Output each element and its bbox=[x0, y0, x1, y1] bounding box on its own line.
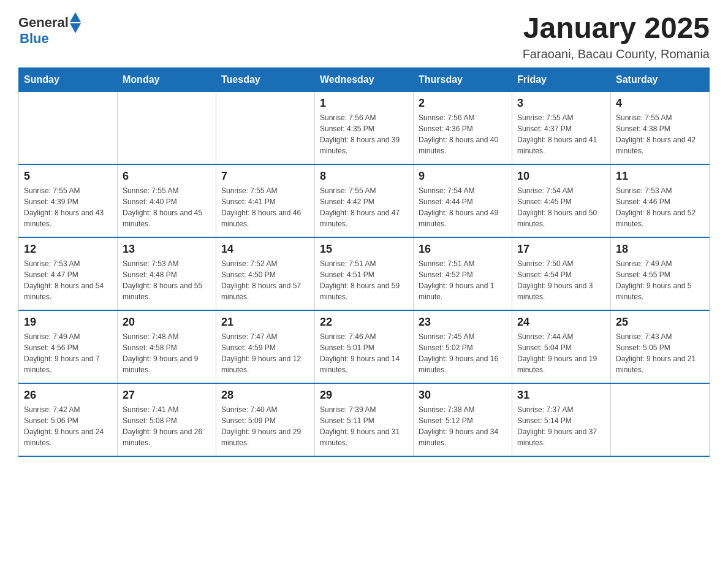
calendar-week-5: 26Sunrise: 7:42 AM Sunset: 5:06 PM Dayli… bbox=[19, 383, 710, 456]
calendar-cell-w4-d7: 25Sunrise: 7:43 AM Sunset: 5:05 PM Dayli… bbox=[611, 310, 710, 383]
day-number: 18 bbox=[616, 243, 704, 256]
day-info: Sunrise: 7:44 AM Sunset: 5:04 PM Dayligh… bbox=[517, 331, 605, 375]
day-info: Sunrise: 7:54 AM Sunset: 4:44 PM Dayligh… bbox=[419, 185, 507, 229]
day-number: 24 bbox=[517, 316, 605, 329]
day-number: 14 bbox=[221, 243, 309, 256]
calendar-subtitle: Faraoani, Bacau County, Romania bbox=[523, 47, 710, 61]
day-info: Sunrise: 7:55 AM Sunset: 4:38 PM Dayligh… bbox=[616, 112, 704, 156]
header-wednesday: Wednesday bbox=[315, 67, 414, 91]
day-info: Sunrise: 7:49 AM Sunset: 4:56 PM Dayligh… bbox=[24, 331, 112, 375]
day-info: Sunrise: 7:54 AM Sunset: 4:45 PM Dayligh… bbox=[517, 185, 605, 229]
day-info: Sunrise: 7:55 AM Sunset: 4:40 PM Dayligh… bbox=[123, 185, 211, 229]
calendar-cell-w2-d3: 7Sunrise: 7:55 AM Sunset: 4:41 PM Daylig… bbox=[216, 164, 315, 237]
header-monday: Monday bbox=[118, 67, 216, 91]
day-info: Sunrise: 7:53 AM Sunset: 4:46 PM Dayligh… bbox=[616, 185, 704, 229]
calendar-cell-w4-d5: 23Sunrise: 7:45 AM Sunset: 5:02 PM Dayli… bbox=[414, 310, 512, 383]
calendar-cell-w3-d6: 17Sunrise: 7:50 AM Sunset: 4:54 PM Dayli… bbox=[512, 237, 611, 310]
day-info: Sunrise: 7:53 AM Sunset: 4:47 PM Dayligh… bbox=[24, 258, 112, 302]
calendar-week-4: 19Sunrise: 7:49 AM Sunset: 4:56 PM Dayli… bbox=[19, 310, 710, 383]
day-info: Sunrise: 7:42 AM Sunset: 5:06 PM Dayligh… bbox=[24, 404, 112, 448]
day-number: 9 bbox=[419, 170, 507, 183]
day-number: 7 bbox=[221, 170, 309, 183]
day-info: Sunrise: 7:55 AM Sunset: 4:41 PM Dayligh… bbox=[221, 185, 309, 229]
day-number: 30 bbox=[419, 389, 507, 402]
day-number: 17 bbox=[517, 243, 605, 256]
day-number: 28 bbox=[221, 389, 309, 402]
day-info: Sunrise: 7:52 AM Sunset: 4:50 PM Dayligh… bbox=[221, 258, 309, 302]
day-number: 22 bbox=[320, 316, 408, 329]
calendar-cell-w5-d1: 26Sunrise: 7:42 AM Sunset: 5:06 PM Dayli… bbox=[19, 383, 118, 456]
day-number: 19 bbox=[24, 316, 112, 329]
calendar-cell-w1-d7: 4Sunrise: 7:55 AM Sunset: 4:38 PM Daylig… bbox=[611, 91, 710, 164]
day-number: 27 bbox=[123, 389, 211, 402]
day-info: Sunrise: 7:50 AM Sunset: 4:54 PM Dayligh… bbox=[517, 258, 605, 302]
day-number: 1 bbox=[320, 97, 408, 110]
day-number: 25 bbox=[616, 316, 704, 329]
calendar-cell-w4-d1: 19Sunrise: 7:49 AM Sunset: 4:56 PM Dayli… bbox=[19, 310, 118, 383]
calendar-cell-w2-d2: 6Sunrise: 7:55 AM Sunset: 4:40 PM Daylig… bbox=[118, 164, 216, 237]
calendar-cell-w1-d6: 3Sunrise: 7:55 AM Sunset: 4:37 PM Daylig… bbox=[512, 91, 611, 164]
calendar-cell-w2-d5: 9Sunrise: 7:54 AM Sunset: 4:44 PM Daylig… bbox=[414, 164, 512, 237]
day-info: Sunrise: 7:38 AM Sunset: 5:12 PM Dayligh… bbox=[419, 404, 507, 448]
day-info: Sunrise: 7:56 AM Sunset: 4:35 PM Dayligh… bbox=[320, 112, 408, 156]
calendar-cell-w1-d2 bbox=[118, 91, 216, 164]
day-number: 5 bbox=[24, 170, 112, 183]
calendar-cell-w4-d2: 20Sunrise: 7:48 AM Sunset: 4:58 PM Dayli… bbox=[118, 310, 216, 383]
day-number: 16 bbox=[419, 243, 507, 256]
day-number: 10 bbox=[517, 170, 605, 183]
day-info: Sunrise: 7:51 AM Sunset: 4:52 PM Dayligh… bbox=[419, 258, 507, 302]
day-number: 26 bbox=[24, 389, 112, 402]
calendar-cell-w5-d3: 28Sunrise: 7:40 AM Sunset: 5:09 PM Dayli… bbox=[216, 383, 315, 456]
calendar-cell-w1-d1 bbox=[19, 91, 118, 164]
day-number: 23 bbox=[419, 316, 507, 329]
calendar-cell-w5-d2: 27Sunrise: 7:41 AM Sunset: 5:08 PM Dayli… bbox=[118, 383, 216, 456]
day-number: 12 bbox=[24, 243, 112, 256]
day-info: Sunrise: 7:53 AM Sunset: 4:48 PM Dayligh… bbox=[123, 258, 211, 302]
day-info: Sunrise: 7:47 AM Sunset: 4:59 PM Dayligh… bbox=[221, 331, 309, 375]
calendar-cell-w4-d6: 24Sunrise: 7:44 AM Sunset: 5:04 PM Dayli… bbox=[512, 310, 611, 383]
calendar-title: January 2025 bbox=[523, 12, 710, 45]
day-number: 15 bbox=[320, 243, 408, 256]
day-info: Sunrise: 7:37 AM Sunset: 5:14 PM Dayligh… bbox=[517, 404, 605, 448]
day-number: 4 bbox=[616, 97, 704, 110]
calendar-week-3: 12Sunrise: 7:53 AM Sunset: 4:47 PM Dayli… bbox=[19, 237, 710, 310]
day-number: 6 bbox=[123, 170, 211, 183]
calendar-cell-w3-d3: 14Sunrise: 7:52 AM Sunset: 4:50 PM Dayli… bbox=[216, 237, 315, 310]
day-number: 20 bbox=[123, 316, 211, 329]
day-info: Sunrise: 7:40 AM Sunset: 5:09 PM Dayligh… bbox=[221, 404, 309, 448]
calendar-cell-w2-d7: 11Sunrise: 7:53 AM Sunset: 4:46 PM Dayli… bbox=[611, 164, 710, 237]
page-header: General Blue January 2025 Faraoani, Baca… bbox=[18, 12, 710, 61]
calendar-cell-w2-d4: 8Sunrise: 7:55 AM Sunset: 4:42 PM Daylig… bbox=[315, 164, 414, 237]
calendar-cell-w5-d6: 31Sunrise: 7:37 AM Sunset: 5:14 PM Dayli… bbox=[512, 383, 611, 456]
calendar-cell-w5-d7 bbox=[611, 383, 710, 456]
calendar-cell-w3-d2: 13Sunrise: 7:53 AM Sunset: 4:48 PM Dayli… bbox=[118, 237, 216, 310]
day-info: Sunrise: 7:48 AM Sunset: 4:58 PM Dayligh… bbox=[123, 331, 211, 375]
logo: General Blue bbox=[18, 12, 81, 47]
header-sunday: Sunday bbox=[19, 67, 118, 91]
day-number: 2 bbox=[419, 97, 507, 110]
calendar-cell-w4-d3: 21Sunrise: 7:47 AM Sunset: 4:59 PM Dayli… bbox=[216, 310, 315, 383]
logo-text-general: General bbox=[18, 15, 69, 31]
day-number: 29 bbox=[320, 389, 408, 402]
day-number: 13 bbox=[123, 243, 211, 256]
day-info: Sunrise: 7:41 AM Sunset: 5:08 PM Dayligh… bbox=[123, 404, 211, 448]
calendar-cell-w4-d4: 22Sunrise: 7:46 AM Sunset: 5:01 PM Dayli… bbox=[315, 310, 414, 383]
calendar-cell-w3-d5: 16Sunrise: 7:51 AM Sunset: 4:52 PM Dayli… bbox=[414, 237, 512, 310]
day-info: Sunrise: 7:43 AM Sunset: 5:05 PM Dayligh… bbox=[616, 331, 704, 375]
calendar-cell-w3-d7: 18Sunrise: 7:49 AM Sunset: 4:55 PM Dayli… bbox=[611, 237, 710, 310]
header-saturday: Saturday bbox=[611, 67, 710, 91]
day-info: Sunrise: 7:51 AM Sunset: 4:51 PM Dayligh… bbox=[320, 258, 408, 302]
header-tuesday: Tuesday bbox=[216, 67, 315, 91]
day-info: Sunrise: 7:55 AM Sunset: 4:39 PM Dayligh… bbox=[24, 185, 112, 229]
calendar-cell-w5-d5: 30Sunrise: 7:38 AM Sunset: 5:12 PM Dayli… bbox=[414, 383, 512, 456]
calendar-cell-w1-d5: 2Sunrise: 7:56 AM Sunset: 4:36 PM Daylig… bbox=[414, 91, 512, 164]
calendar-header-row: Sunday Monday Tuesday Wednesday Thursday… bbox=[19, 67, 710, 91]
calendar-cell-w3-d4: 15Sunrise: 7:51 AM Sunset: 4:51 PM Dayli… bbox=[315, 237, 414, 310]
calendar-cell-w2-d6: 10Sunrise: 7:54 AM Sunset: 4:45 PM Dayli… bbox=[512, 164, 611, 237]
day-number: 3 bbox=[517, 97, 605, 110]
calendar-week-2: 5Sunrise: 7:55 AM Sunset: 4:39 PM Daylig… bbox=[19, 164, 710, 237]
logo-text-blue: Blue bbox=[20, 31, 49, 47]
day-info: Sunrise: 7:45 AM Sunset: 5:02 PM Dayligh… bbox=[419, 331, 507, 375]
day-number: 21 bbox=[221, 316, 309, 329]
header-thursday: Thursday bbox=[414, 67, 512, 91]
